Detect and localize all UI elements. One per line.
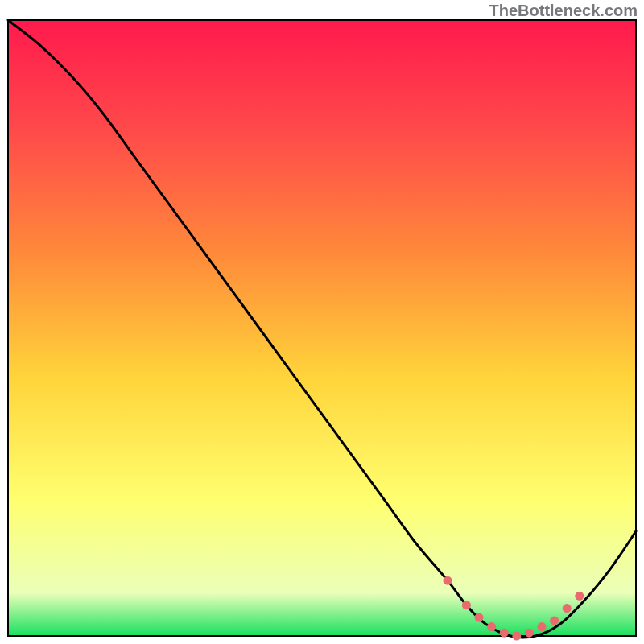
fit-marker	[475, 613, 484, 622]
bottleneck-chart	[0, 0, 644, 644]
fit-marker	[563, 604, 572, 613]
fit-marker	[444, 576, 452, 585]
chart-container: TheBottleneck.com	[0, 0, 644, 644]
fit-marker	[550, 616, 559, 625]
fit-marker	[575, 592, 584, 601]
fit-marker	[487, 622, 496, 631]
fit-marker	[462, 601, 471, 609]
fit-marker	[512, 632, 521, 641]
fit-marker	[500, 629, 509, 638]
fit-marker	[538, 622, 547, 631]
fit-marker	[525, 629, 534, 638]
